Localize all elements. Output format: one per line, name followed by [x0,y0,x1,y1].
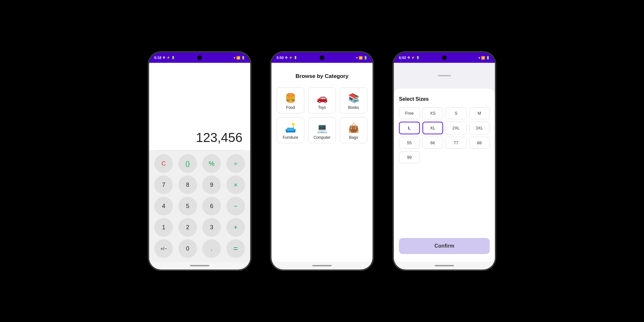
calc-btn-paren[interactable]: () [178,154,197,173]
home-bar-1 [190,265,209,266]
category-computer[interactable]: 💻 Computer [308,117,336,143]
size-88[interactable]: 88 [469,137,490,149]
size-s[interactable]: S [446,107,467,119]
calc-display: 123,456 [149,63,250,150]
calc-btn-equals[interactable]: = [226,239,245,258]
home-indicator-1 [149,262,250,270]
size-grid-row4: 99 [399,151,490,163]
size-2xl[interactable]: 2XL [446,122,467,134]
books-label: Books [348,105,359,110]
camera-hole-3 [442,55,447,60]
size-55[interactable]: 55 [399,137,420,149]
category-grid: 🍔 Food 🚗 Toys 📚 Books 🛋️ Furniture 💻 [277,87,367,143]
calc-btn-7[interactable]: 7 [154,175,173,194]
food-icon: 🍔 [285,93,296,103]
calc-btn-2[interactable]: 2 [178,218,197,237]
calculator-screen: 123,456 C () % ÷ 7 8 9 × 4 5 6 − 1 2 3 + [149,63,250,262]
calc-btn-3[interactable]: 3 [202,218,221,237]
status-icons-1: ▾ 📶 🔋 [234,56,245,60]
size-66[interactable]: 66 [422,137,443,149]
size-grid-row2: L XL 2XL 3XL [399,122,490,134]
calc-btn-plus[interactable]: + [226,218,245,237]
size-free[interactable]: Free [399,107,420,119]
size-l[interactable]: L [399,122,420,134]
toys-icon: 🚗 [317,93,328,103]
furniture-icon: 🛋️ [285,123,296,133]
size-99[interactable]: 99 [399,151,420,163]
calc-btn-9[interactable]: 9 [202,175,221,194]
home-indicator-3 [394,262,495,270]
calc-buttons: C () % ÷ 7 8 9 × 4 5 6 − 1 2 3 + +/− 0 .… [149,150,250,262]
home-bar-2 [312,265,332,266]
size-title: Select Sizes [399,96,490,102]
status-bar-3: 6:02 ⚙ ⚡ 🔋 ▾ 📶 🔋 [394,52,495,63]
category-toys[interactable]: 🚗 Toys [308,87,336,113]
category-bags[interactable]: 👜 Bags [340,117,367,143]
bags-icon: 👜 [348,123,359,133]
size-content: Select Sizes Free XS S M L XL 2XL 3XL 55… [394,89,495,262]
calc-body: 123,456 C () % ÷ 7 8 9 × 4 5 6 − 1 2 3 + [149,63,250,262]
calc-btn-6[interactable]: 6 [202,197,221,215]
calc-btn-minus[interactable]: − [226,197,245,215]
calc-btn-4[interactable]: 4 [154,197,173,215]
size-top-area [394,63,495,89]
status-bar-1: 5:18 ⚙ ⚡ 🔋 ▾ 📶 🔋 [149,52,250,63]
time-display-2: 5:50 ⚙ ⚡ 🔋 [277,56,297,60]
size-xl[interactable]: XL [422,122,443,134]
furniture-label: Furniture [283,135,298,140]
size-grid-row1: Free XS S M [399,107,490,119]
calc-btn-multiply[interactable]: × [226,175,245,194]
calc-btn-5[interactable]: 5 [178,197,197,215]
size-xs[interactable]: XS [422,107,443,119]
toys-label: Toys [318,105,326,110]
computer-label: Computer [314,135,331,140]
size-3xl[interactable]: 3XL [469,122,490,134]
camera-hole-1 [197,55,202,60]
category-food[interactable]: 🍔 Food [277,87,304,113]
category-furniture[interactable]: 🛋️ Furniture [277,117,304,143]
calc-btn-0[interactable]: 0 [178,239,197,258]
calc-btn-1[interactable]: 1 [154,218,173,237]
books-icon: 📚 [348,93,359,103]
computer-icon: 💻 [317,123,328,133]
status-icons-3: ▾ 📶 🔋 [478,56,490,60]
home-bar-3 [435,265,454,266]
category-books[interactable]: 📚 Books [340,87,367,113]
category-screen: Browse by Category 🍔 Food 🚗 Toys 📚 Books… [271,63,373,262]
category-title: Browse by Category [296,73,348,80]
calc-value: 123,456 [196,130,242,145]
category-body: Browse by Category 🍔 Food 🚗 Toys 📚 Books… [271,63,373,262]
size-screen: Select Sizes Free XS S M L XL 2XL 3XL 55… [394,63,495,262]
phone-size-selector: 6:02 ⚙ ⚡ 🔋 ▾ 📶 🔋 Select Sizes Free XS S … [393,52,496,270]
time-display-3: 6:02 ⚙ ⚡ 🔋 [399,56,420,60]
size-m[interactable]: M [469,107,490,119]
calc-btn-c[interactable]: C [154,154,173,173]
home-indicator-2 [271,262,373,270]
phone-calculator: 5:18 ⚙ ⚡ 🔋 ▾ 📶 🔋 123,456 C () % ÷ 7 8 [148,52,251,270]
calc-btn-8[interactable]: 8 [178,175,197,194]
calc-btn-plusminus[interactable]: +/− [154,239,173,258]
calc-btn-percent[interactable]: % [202,154,221,173]
size-body: Select Sizes Free XS S M L XL 2XL 3XL 55… [394,63,495,262]
size-grid-row3: 55 66 77 88 [399,137,490,149]
bags-label: Bags [349,135,358,140]
status-icons-2: ▾ 📶 🔋 [356,56,367,60]
confirm-button[interactable]: Confirm [399,238,490,254]
camera-hole-2 [320,55,324,60]
food-label: Food [286,105,295,110]
calc-btn-divide[interactable]: ÷ [226,154,245,173]
time-display-1: 5:18 ⚙ ⚡ 🔋 [154,56,175,60]
size-handle [438,75,451,76]
size-77[interactable]: 77 [446,137,467,149]
status-bar-2: 5:50 ⚙ ⚡ 🔋 ▾ 📶 🔋 [271,52,373,63]
phone-category: 5:50 ⚙ ⚡ 🔋 ▾ 📶 🔋 Browse by Category 🍔 Fo… [270,52,374,270]
calc-btn-dot[interactable]: . [202,239,221,258]
